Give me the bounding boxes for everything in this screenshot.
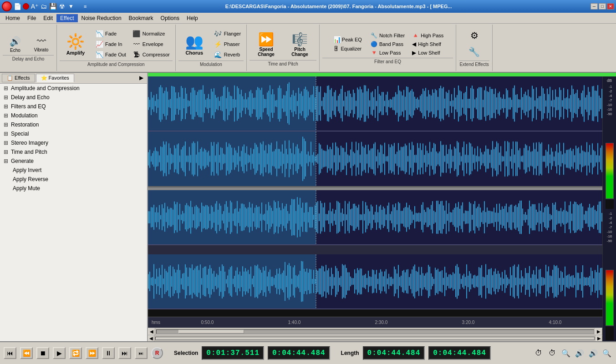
lowshelf-button[interactable]: ◀ High Shelf: [409, 40, 446, 48]
chorus-button[interactable]: 👥 Chorus: [178, 30, 210, 58]
flanger-button[interactable]: 🎶 Flanger: [211, 29, 244, 39]
echo-button[interactable]: 🔊 Echo: [3, 35, 28, 54]
pitch-change-button[interactable]: 🎼 PitchChange: [284, 30, 316, 59]
menu-noise[interactable]: Noise Reduction: [78, 14, 125, 22]
echo-icon: 🔊: [10, 36, 21, 47]
tree-special[interactable]: ⊞ Special: [0, 129, 147, 138]
h-scrollbar-2[interactable]: ◀ ▶: [148, 335, 602, 341]
highpass-button[interactable]: 🔺 High Pass: [409, 31, 446, 40]
filter-label: Filter and EQ: [322, 58, 453, 64]
close-button[interactable]: ✕: [607, 3, 614, 10]
forward-button[interactable]: ⏩: [86, 347, 98, 359]
track-2[interactable]: [148, 131, 602, 187]
menu-options[interactable]: Options: [157, 14, 183, 22]
tracks: // Waveform will be drawn inline: [148, 76, 602, 341]
tree-filters[interactable]: ⊞ Filters and EQ: [0, 102, 147, 111]
envelope-button[interactable]: 〰 Envelope: [130, 39, 173, 49]
toolbar-dropdown[interactable]: ▼: [67, 3, 75, 10]
vibrato-button[interactable]: 〰 Vibrato: [29, 35, 54, 54]
tree-apply-mute[interactable]: Apply Mute: [0, 184, 147, 193]
status-icon-5[interactable]: 🔊: [588, 348, 599, 359]
tree-delay[interactable]: ⊞ Delay and Echo: [0, 93, 147, 102]
toolbar-icon-4[interactable]: 🗂: [40, 3, 47, 10]
track-3[interactable]: [148, 190, 602, 245]
peakeq-button[interactable]: 📊 Peak EQ 🎚 Equalizer: [329, 31, 366, 57]
scroll-left-2[interactable]: ◀: [148, 335, 154, 342]
skip-fwd-button[interactable]: ⏭: [118, 347, 131, 359]
highshelf-button[interactable]: ▶ Low Shelf: [409, 49, 446, 57]
scroll-track-2[interactable]: [155, 337, 595, 340]
status-icon-1[interactable]: ⏱: [533, 348, 544, 359]
menu-effect[interactable]: Effect: [56, 14, 77, 22]
highshelf-icon: ▶: [412, 50, 416, 56]
end-button[interactable]: ⏭: [135, 347, 148, 359]
tree-apply-reverse[interactable]: Apply Reverse: [0, 175, 147, 184]
play-button[interactable]: ▶: [53, 347, 66, 359]
vu-meter: dB -1 -2 -4 -7 -10 -16 -90 -1 -2: [602, 76, 616, 341]
tree-amplitude[interactable]: ⊞ Amplitude and Compression: [0, 84, 147, 93]
toolbar-icon-2[interactable]: [23, 3, 29, 10]
toolbar-icon-3[interactable]: A⁺: [31, 3, 38, 10]
time-buttons: ⏩ SpeedChange 🎼 PitchChange: [250, 30, 316, 59]
track-1[interactable]: // Waveform will be drawn inline: [148, 76, 602, 131]
selection-bar[interactable]: [148, 73, 616, 76]
menu-home[interactable]: Home: [2, 14, 24, 22]
minimize-button[interactable]: ─: [591, 3, 598, 10]
scroll-right-2[interactable]: ▶: [596, 335, 602, 342]
status-icon-6[interactable]: 🔍: [601, 348, 612, 359]
track-4[interactable]: [148, 254, 602, 309]
reverb-button[interactable]: 🌊 Reverb: [211, 50, 244, 60]
scroll-thumb[interactable]: [178, 330, 244, 334]
compressor-icon: 🗜: [132, 51, 141, 59]
status-icon-4[interactable]: 🔊: [574, 348, 585, 359]
stop-button[interactable]: ⏹: [36, 347, 49, 359]
panel-nav-arrow[interactable]: ▶: [137, 74, 145, 82]
expand-icon: ⊞: [4, 85, 8, 91]
menu-file[interactable]: File: [24, 14, 40, 22]
tree-modulation[interactable]: ⊞ Modulation: [0, 111, 147, 120]
rewind-button[interactable]: ⏪: [20, 347, 33, 359]
tree-restoration[interactable]: ⊞ Restoration: [0, 120, 147, 129]
tree-generate[interactable]: ⊞ Generate: [0, 157, 147, 166]
vu-bar-graphic-2: [606, 270, 614, 326]
tree-stereo[interactable]: ⊞ Stereo Imagery: [0, 138, 147, 147]
tab-effects[interactable]: 📋 Effects: [2, 74, 35, 82]
extend-btn-2[interactable]: 🔧: [462, 45, 487, 60]
bandpass-button[interactable]: 🔵 Band Pass: [368, 40, 407, 48]
amplify-button[interactable]: 🔆 Amplify: [60, 29, 92, 60]
maximize-button[interactable]: □: [599, 3, 606, 10]
lowpass-button[interactable]: 🔻 Low Pass: [368, 49, 407, 57]
effect-toolbar: 🔊 Echo 〰 Vibrato Delay and Echo 🔆 Amplif…: [0, 24, 616, 73]
toolbar-icon-6[interactable]: ☢: [58, 3, 66, 10]
fadein-button[interactable]: 📈 Fade In: [92, 39, 129, 49]
scroll-track[interactable]: [156, 329, 594, 334]
tree-apply-invert[interactable]: Apply Invert: [0, 166, 147, 175]
compressor-button[interactable]: 🗜 Compressor: [130, 50, 173, 60]
scroll-thumb-2[interactable]: [156, 337, 595, 340]
extend-btn-1[interactable]: ⚙: [462, 29, 487, 43]
normalize-button[interactable]: ⬛ Normalize: [130, 29, 173, 39]
speed-change-button[interactable]: ⏩ SpeedChange: [250, 30, 282, 59]
status-icon-3[interactable]: 🔍: [560, 348, 571, 359]
filter-buttons: 📊 Peak EQ 🎚 Equalizer 🔧 Notch Filter 🔵 B…: [329, 31, 446, 57]
pause-button[interactable]: ⏸: [102, 347, 115, 359]
record-button[interactable]: R: [151, 347, 163, 359]
skip-back-button[interactable]: ⏮: [4, 347, 16, 359]
time-label: Time and Pitch: [249, 60, 316, 66]
menu-help[interactable]: Help: [183, 14, 202, 22]
scroll-right[interactable]: ▶: [595, 328, 602, 335]
tab-favorites[interactable]: ⭐ Favorites: [36, 74, 74, 82]
menu-edit[interactable]: Edit: [40, 14, 56, 22]
fade-button[interactable]: 📉 Fade: [92, 29, 129, 39]
loop-button[interactable]: 🔁: [69, 347, 82, 359]
h-scrollbar[interactable]: ◀ ▶: [148, 328, 602, 335]
phaser-button[interactable]: ⚡ Phaser: [211, 39, 244, 49]
status-icon-2[interactable]: ⏱: [547, 348, 558, 359]
fadeout-button[interactable]: 📉 Fade Out: [92, 50, 129, 60]
toolbar-icon-5[interactable]: 💾: [49, 3, 56, 10]
scroll-left[interactable]: ◀: [148, 328, 155, 335]
expand-icon: ⊞: [4, 149, 8, 155]
tree-time[interactable]: ⊞ Time and Pitch: [0, 147, 147, 157]
notchfilter-button[interactable]: 🔧 Notch Filter: [368, 31, 407, 40]
menu-bookmark[interactable]: Bookmark: [125, 14, 157, 22]
